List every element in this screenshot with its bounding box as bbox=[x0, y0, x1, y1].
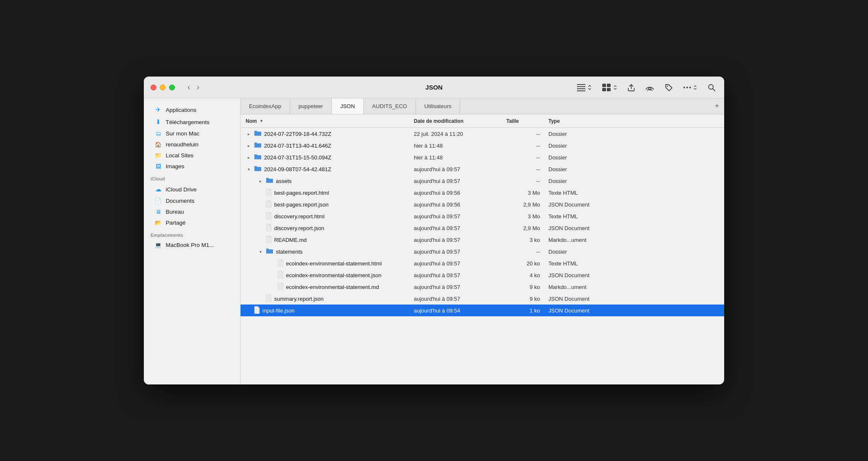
col-header-date[interactable]: Date de modification bbox=[414, 118, 506, 124]
file-name: ecoindex-environmental-statement.json bbox=[286, 272, 381, 278]
finder-window: ‹ › JSON bbox=[144, 77, 724, 384]
search-icon[interactable] bbox=[706, 82, 717, 93]
svg-point-11 bbox=[686, 87, 688, 88]
file-icon bbox=[266, 212, 272, 221]
table-row[interactable]: discovery.report.htmlaujourd'hui à 09:57… bbox=[241, 210, 724, 222]
file-size: -- bbox=[506, 154, 548, 161]
table-row[interactable]: ecoindex-environmental-statement.htmlauj… bbox=[241, 257, 724, 269]
sidebar-item-bureau[interactable]: 🖥 Bureau bbox=[147, 207, 237, 217]
file-name: ecoindex-environmental-statement.html bbox=[286, 260, 382, 267]
sidebar-label-images: Images bbox=[166, 163, 184, 170]
close-button[interactable] bbox=[151, 85, 156, 90]
file-name: best-pages.report.html bbox=[274, 190, 329, 196]
table-row[interactable]: ▾ statementsaujourd'hui à 09:57--Dossier bbox=[241, 246, 724, 257]
table-row[interactable]: discovery.report.jsonaujourd'hui à 09:57… bbox=[241, 222, 724, 234]
table-row[interactable]: ▾ 2024-09-08T07-54-42.481Zaujourd'hui à … bbox=[241, 163, 724, 175]
titlebar: ‹ › JSON bbox=[144, 77, 724, 98]
sidebar: ✈ Applications ⬇ Téléchargements 🗂 Sur m… bbox=[144, 98, 241, 384]
file-name: 2024-07-31T13-40-41.646Z bbox=[264, 143, 331, 149]
sur-mon-mac-icon: 🗂 bbox=[154, 130, 162, 137]
file-icon bbox=[278, 259, 283, 268]
col-header-type[interactable]: Type bbox=[548, 118, 719, 124]
file-name: summary.report.json bbox=[274, 296, 324, 302]
table-row[interactable]: ▸ 2024-07-31T13-40-41.646Zhier à 11:48--… bbox=[241, 140, 724, 151]
expand-arrow-icon[interactable]: ▾ bbox=[257, 249, 263, 254]
file-size: 4 ko bbox=[506, 272, 548, 278]
tab-audits-eco[interactable]: AUDITS_ECO bbox=[364, 98, 416, 114]
file-name: assets bbox=[276, 178, 292, 184]
sidebar-item-local-sites[interactable]: 📁 Local Sites bbox=[147, 150, 237, 161]
col-header-size[interactable]: Taille bbox=[506, 118, 548, 124]
minimize-button[interactable] bbox=[160, 85, 166, 90]
folder-icon bbox=[266, 177, 273, 185]
sidebar-item-renaudheluin[interactable]: 🏠 renaudheluin bbox=[147, 139, 237, 150]
share-icon[interactable] bbox=[626, 82, 637, 93]
file-date: aujourd'hui à 09:57 bbox=[414, 213, 506, 220]
airdrop-icon[interactable] bbox=[643, 82, 656, 93]
column-headers: Nom ▼ Date de modification Taille Type bbox=[241, 114, 724, 128]
tab-json[interactable]: JSON bbox=[332, 98, 364, 114]
file-date: aujourd'hui à 09:57 bbox=[414, 260, 506, 267]
sidebar-item-icloud-drive[interactable]: ☁ iCloud Drive bbox=[147, 183, 237, 195]
file-size: -- bbox=[506, 178, 548, 184]
more-icon[interactable] bbox=[681, 84, 699, 91]
file-type: JSON Document bbox=[548, 201, 719, 208]
emplacements-section-label: Emplacements bbox=[144, 228, 240, 239]
table-row[interactable]: ecoindex-environmental-statement.mdaujou… bbox=[241, 281, 724, 293]
expand-arrow-icon[interactable]: ▸ bbox=[246, 155, 251, 160]
svg-rect-5 bbox=[607, 84, 611, 87]
tab-bar: EcoindexApp puppeteer JSON AUDITS_ECO Ut… bbox=[241, 98, 724, 114]
sidebar-label-sur-mon-mac: Sur mon Mac bbox=[166, 130, 199, 137]
table-row[interactable]: ▸ 2024-07-22T09-18-44.732Z22 juil. 2024 … bbox=[241, 128, 724, 140]
local-sites-icon: 📁 bbox=[154, 152, 162, 159]
svg-rect-1 bbox=[577, 86, 585, 87]
add-tab-button[interactable]: + bbox=[709, 98, 724, 114]
list-view-icon[interactable] bbox=[575, 82, 594, 93]
tab-ecoindexapp[interactable]: EcoindexApp bbox=[241, 98, 290, 114]
back-button[interactable]: ‹ bbox=[185, 81, 193, 93]
file-size: 1 ko bbox=[506, 307, 548, 314]
sidebar-item-documents[interactable]: 📄 Documents bbox=[147, 196, 237, 206]
file-date: aujourd'hui à 09:57 bbox=[414, 272, 506, 278]
table-row[interactable]: input-file.jsonaujourd'hui à 09:541 koJS… bbox=[241, 305, 724, 316]
toolbar-right bbox=[575, 82, 717, 93]
expand-arrow-icon[interactable]: ▾ bbox=[246, 167, 251, 172]
folder-icon bbox=[266, 248, 273, 255]
table-row[interactable]: best-pages.report.jsonaujourd'hui à 09:5… bbox=[241, 199, 724, 210]
file-content: EcoindexApp puppeteer JSON AUDITS_ECO Ut… bbox=[241, 98, 724, 384]
documents-icon: 📄 bbox=[154, 198, 162, 204]
table-row[interactable]: best-pages.report.htmlaujourd'hui à 09:5… bbox=[241, 187, 724, 199]
grid-view-icon[interactable] bbox=[601, 82, 619, 93]
tab-puppeteer[interactable]: puppeteer bbox=[290, 98, 332, 114]
file-icon bbox=[266, 236, 272, 244]
images-icon: 🖼 bbox=[154, 163, 162, 170]
table-row[interactable]: README.mdaujourd'hui à 09:573 koMarkdo..… bbox=[241, 234, 724, 246]
file-date: aujourd'hui à 09:57 bbox=[414, 166, 506, 172]
table-row[interactable]: ▸ 2024-07-31T15-15-50.094Zhier à 11:48--… bbox=[241, 151, 724, 163]
sidebar-item-partage[interactable]: 📂 Partagé bbox=[147, 217, 237, 228]
partage-icon: 📂 bbox=[154, 220, 162, 226]
file-date: aujourd'hui à 09:56 bbox=[414, 201, 506, 208]
expand-arrow-icon[interactable]: ▸ bbox=[246, 143, 251, 148]
file-type: Texte HTML bbox=[548, 260, 719, 267]
expand-arrow-icon[interactable]: ▸ bbox=[246, 132, 251, 136]
table-row[interactable]: summary.report.jsonaujourd'hui à 09:579 … bbox=[241, 293, 724, 305]
sidebar-item-macbook[interactable]: 💻 MacBook Pro M1... bbox=[147, 240, 237, 250]
sidebar-item-applications[interactable]: ✈ Applications bbox=[147, 104, 237, 116]
file-name: best-pages.report.json bbox=[274, 201, 328, 208]
file-size: -- bbox=[506, 249, 548, 255]
sidebar-item-sur-mon-mac[interactable]: 🗂 Sur mon Mac bbox=[147, 128, 237, 139]
sidebar-item-images[interactable]: 🖼 Images bbox=[147, 161, 237, 172]
table-row[interactable]: ▸ assetsaujourd'hui à 09:57--Dossier bbox=[241, 175, 724, 187]
sidebar-item-telechargements[interactable]: ⬇ Téléchargements bbox=[147, 116, 237, 128]
expand-arrow-icon[interactable]: ▸ bbox=[257, 179, 263, 183]
file-type: Texte HTML bbox=[548, 213, 719, 220]
forward-button[interactable]: › bbox=[194, 81, 202, 93]
col-header-name[interactable]: Nom ▼ bbox=[246, 118, 414, 124]
svg-rect-4 bbox=[602, 84, 606, 87]
maximize-button[interactable] bbox=[169, 85, 175, 90]
tab-utilisateurs[interactable]: Utilisateurs bbox=[416, 98, 460, 114]
tag-icon[interactable] bbox=[663, 82, 675, 93]
table-row[interactable]: ecoindex-environmental-statement.jsonauj… bbox=[241, 269, 724, 281]
folder-icon bbox=[254, 142, 262, 149]
